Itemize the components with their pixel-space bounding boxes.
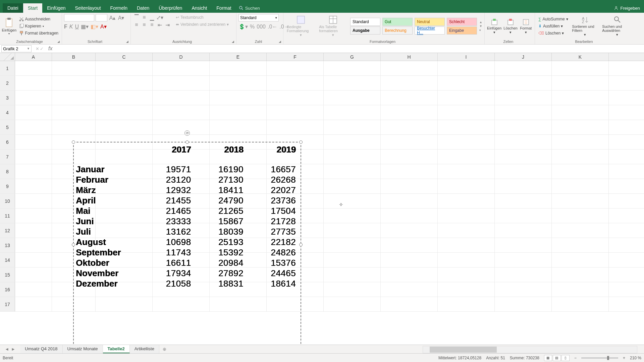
- cell[interactable]: [324, 135, 381, 149]
- cell[interactable]: [381, 223, 438, 238]
- view-page-break-button[interactable]: ▯: [561, 355, 570, 361]
- row-header[interactable]: 5: [0, 120, 15, 134]
- cell[interactable]: [15, 297, 52, 311]
- format-as-table-button[interactable]: Als Tabelle formatieren▾: [318, 15, 348, 38]
- align-top[interactable]: ▔: [133, 14, 140, 21]
- increase-decimal[interactable]: .0←: [268, 24, 277, 30]
- row-header[interactable]: 3: [0, 90, 15, 105]
- find-select-button[interactable]: Suchen und Auswählen▾: [601, 15, 634, 38]
- cell[interactable]: [153, 61, 210, 75]
- cell[interactable]: [96, 105, 153, 120]
- row-header[interactable]: 12: [0, 223, 15, 238]
- cell[interactable]: [552, 267, 609, 282]
- cell[interactable]: [96, 120, 153, 134]
- cell[interactable]: [381, 194, 438, 208]
- cell[interactable]: [495, 238, 552, 252]
- cell[interactable]: [495, 61, 552, 75]
- column-header[interactable]: E: [210, 53, 267, 61]
- cell[interactable]: [438, 149, 495, 164]
- cell[interactable]: [15, 164, 52, 179]
- styles-scroll-down[interactable]: ▼: [479, 24, 482, 28]
- cell[interactable]: [381, 267, 438, 282]
- cell[interactable]: [381, 238, 438, 252]
- cell[interactable]: [552, 194, 609, 208]
- cell[interactable]: [552, 76, 609, 90]
- cell[interactable]: [552, 179, 609, 193]
- column-header[interactable]: G: [324, 53, 381, 61]
- zoom-in-button[interactable]: +: [623, 356, 625, 360]
- cell[interactable]: [324, 105, 381, 120]
- wrap-text-button[interactable]: ↩Textumbruch: [174, 14, 230, 21]
- align-left[interactable]: ≡: [133, 21, 140, 28]
- cell[interactable]: [438, 223, 495, 238]
- cell[interactable]: [210, 120, 267, 134]
- resize-handle[interactable]: [72, 140, 75, 144]
- cell[interactable]: [438, 208, 495, 223]
- cell[interactable]: [381, 282, 438, 297]
- number-launcher[interactable]: ◢: [279, 40, 282, 43]
- cell[interactable]: [15, 238, 52, 252]
- zoom-slider[interactable]: [581, 357, 618, 359]
- font-size-combo[interactable]: [96, 14, 107, 21]
- cell[interactable]: [324, 297, 381, 311]
- cell[interactable]: [96, 76, 153, 90]
- cell[interactable]: [438, 90, 495, 105]
- fx-icon[interactable]: fx: [48, 46, 52, 52]
- font-color-button[interactable]: A▾: [100, 23, 107, 30]
- cell[interactable]: [324, 149, 381, 164]
- row-header[interactable]: 9: [0, 179, 15, 193]
- name-box[interactable]: Grafik 2▼: [1, 45, 32, 52]
- resize-handle[interactable]: [185, 140, 189, 144]
- cell[interactable]: [267, 120, 324, 134]
- row-header[interactable]: 17: [0, 297, 15, 311]
- cell[interactable]: [495, 120, 552, 134]
- cell[interactable]: [552, 135, 609, 149]
- comma-button[interactable]: 000: [257, 24, 266, 30]
- cell[interactable]: [552, 297, 609, 311]
- cell[interactable]: [267, 90, 324, 105]
- cell[interactable]: [52, 61, 96, 75]
- select-all-corner[interactable]: [0, 53, 15, 61]
- cell[interactable]: [267, 76, 324, 90]
- cell[interactable]: [324, 208, 381, 223]
- column-header[interactable]: B: [52, 53, 96, 61]
- cell[interactable]: [438, 105, 495, 120]
- cell[interactable]: [15, 76, 52, 90]
- sort-filter-button[interactable]: AZSortieren und Filtern▾: [571, 15, 600, 38]
- cell[interactable]: [15, 208, 52, 223]
- cell[interactable]: [210, 76, 267, 90]
- cells-format-button[interactable]: Format▾: [519, 17, 533, 35]
- cell[interactable]: [267, 105, 324, 120]
- row-header[interactable]: 1: [0, 61, 15, 75]
- fill-color-button[interactable]: ◧▾: [91, 23, 98, 30]
- cell[interactable]: [15, 90, 52, 105]
- cell[interactable]: [15, 105, 52, 120]
- tab-formeln[interactable]: Formeln: [106, 3, 132, 13]
- resize-handle[interactable]: [299, 140, 303, 144]
- cell[interactable]: [552, 120, 609, 134]
- styles-scroll-up[interactable]: ▲: [479, 20, 482, 24]
- decrease-font-button[interactable]: A▾: [117, 14, 125, 21]
- cell[interactable]: [495, 76, 552, 90]
- cell[interactable]: [495, 90, 552, 105]
- cell[interactable]: [381, 297, 438, 311]
- cell[interactable]: [495, 135, 552, 149]
- cell[interactable]: [552, 282, 609, 297]
- align-middle[interactable]: ≡: [141, 14, 148, 21]
- style-schlecht[interactable]: Schlecht: [447, 18, 477, 26]
- cell[interactable]: [495, 223, 552, 238]
- share-button[interactable]: Freigeben: [610, 4, 644, 12]
- cell[interactable]: [15, 120, 52, 134]
- row-header[interactable]: 14: [0, 253, 15, 267]
- cell[interactable]: [495, 253, 552, 267]
- cell[interactable]: [552, 223, 609, 238]
- view-normal-button[interactable]: ▦: [544, 355, 552, 361]
- pasted-picture-object[interactable]: ⟳ 201720182019Januar195711619016657Febru…: [73, 142, 301, 347]
- cell[interactable]: [324, 164, 381, 179]
- align-center[interactable]: ≡: [141, 21, 148, 28]
- column-header[interactable]: C: [96, 53, 153, 61]
- row-header[interactable]: 6: [0, 135, 15, 149]
- cell[interactable]: [495, 297, 552, 311]
- tab-seitenlayout[interactable]: Seitenlayout: [70, 3, 106, 13]
- cell[interactable]: [15, 253, 52, 267]
